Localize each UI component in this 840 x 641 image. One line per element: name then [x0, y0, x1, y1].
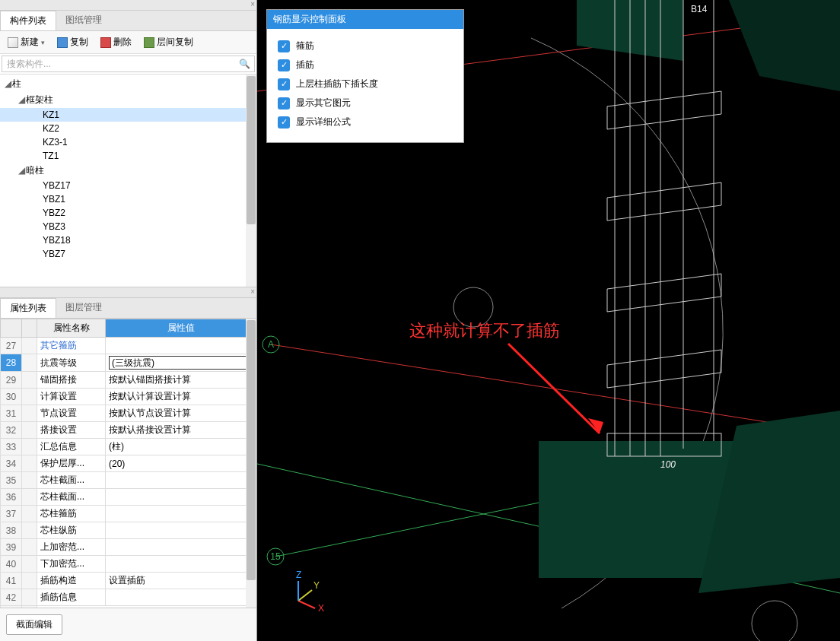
property-row[interactable]: 34 保护层厚... (20)	[1, 455, 256, 472]
property-row[interactable]: 29 锚固搭接 按默认锚固搭接计算	[1, 372, 256, 389]
property-name: 芯柱纵筋	[37, 522, 106, 539]
property-value[interactable]: (20)	[106, 455, 256, 472]
delete-button[interactable]: 删除	[96, 34, 136, 50]
row-number: 35	[1, 472, 22, 489]
property-value[interactable]: (柱)	[106, 439, 256, 455]
property-row[interactable]: 35 芯柱截面...	[1, 472, 256, 489]
tree-item[interactable]: YBZ1	[0, 192, 256, 206]
tree-item[interactable]: YBZ2	[0, 206, 256, 220]
property-row[interactable]: 30 计算设置 按默认计算设置计算	[1, 389, 256, 405]
close-icon[interactable]: ×	[250, 287, 255, 296]
expand-cell	[22, 405, 37, 422]
property-value[interactable]	[106, 522, 256, 539]
property-row[interactable]: 32 搭接设置 按默认搭接设置计算	[1, 422, 256, 439]
tree-item[interactable]: YBZ7	[0, 247, 256, 261]
property-value[interactable]: 设置插筋	[106, 573, 256, 589]
property-name: 芯柱截面...	[37, 489, 106, 506]
new-button[interactable]: 新建▾	[3, 34, 49, 50]
property-value-input[interactable]	[109, 356, 253, 370]
checkbox-row[interactable]: ✓箍筋	[278, 36, 453, 56]
property-row[interactable]: 39 上加密范...	[1, 539, 256, 556]
tree-label: 暗柱	[26, 165, 44, 176]
property-value[interactable]	[106, 338, 256, 354]
tree-item-kz1[interactable]: KZ1	[0, 108, 256, 122]
row-number: 27	[1, 338, 22, 354]
svg-marker-19	[607, 274, 721, 312]
tree-item[interactable]: TZ1	[0, 149, 256, 163]
property-group-row[interactable]: 43 + 土建业务属性	[1, 606, 256, 608]
property-value[interactable]	[106, 589, 256, 606]
tree-item[interactable]: YBZ18	[0, 233, 256, 247]
checkbox-icon[interactable]: ✓	[278, 78, 290, 90]
row-number: 40	[1, 556, 22, 573]
layer-copy-button[interactable]: 层间复制	[139, 34, 198, 50]
property-name: 保护层厚...	[37, 455, 106, 472]
section-edit-button[interactable]: 截面编辑	[6, 614, 62, 635]
property-row[interactable]: 37 芯柱箍筋	[1, 506, 256, 522]
property-row[interactable]: 41 插筋构造 设置插筋	[1, 573, 256, 589]
expand-cell	[22, 422, 37, 439]
tree-node-frame[interactable]: ◢框架柱	[0, 92, 256, 108]
property-row[interactable]: 27 其它箍筋	[1, 338, 256, 354]
expand-cell	[22, 522, 37, 539]
svg-point-1	[752, 601, 797, 641]
checkbox-row[interactable]: ✓显示详细公式	[278, 113, 453, 132]
copy-button[interactable]: 复制	[52, 34, 93, 50]
checkbox-icon[interactable]: ✓	[278, 116, 290, 129]
search-row: 🔍	[0, 54, 256, 75]
close-icon[interactable]: ×	[250, 0, 255, 8]
property-row[interactable]: 33 汇总信息 (柱)	[1, 439, 256, 455]
property-value[interactable]: 按默认锚固搭接计算	[106, 372, 256, 389]
tree-item[interactable]: KZ2	[0, 122, 256, 135]
delete-icon	[100, 37, 111, 48]
property-name: 上加密范...	[37, 539, 106, 556]
checkbox-row[interactable]: ✓显示其它图元	[278, 94, 453, 113]
search-icon[interactable]: 🔍	[239, 59, 250, 69]
property-value[interactable]	[106, 506, 256, 522]
property-row[interactable]: 40 下加密范...	[1, 556, 256, 573]
expand-cell	[22, 573, 37, 589]
tab-component-list[interactable]: 构件列表	[0, 11, 56, 30]
property-row[interactable]: 31 节点设置 按默认节点设置计算	[1, 405, 256, 422]
property-row[interactable]: 28 抗震等级	[1, 354, 256, 372]
property-value[interactable]	[106, 539, 256, 556]
row-number: 39	[1, 539, 22, 556]
prop-scrollbar[interactable]	[246, 319, 256, 608]
tab-property-list[interactable]: 属性列表	[0, 298, 56, 318]
property-value[interactable]: 按默认搭接设置计算	[106, 422, 256, 439]
checkbox-icon[interactable]: ✓	[278, 59, 290, 71]
svg-text:X: X	[318, 603, 324, 614]
checkbox-icon[interactable]: ✓	[278, 40, 290, 52]
expand-cell	[22, 338, 37, 354]
property-row[interactable]: 42 插筋信息	[1, 589, 256, 606]
property-value[interactable]: 按默认节点设置计算	[106, 405, 256, 422]
property-name: 芯柱箍筋	[37, 506, 106, 522]
property-row[interactable]: 38 芯柱纵筋	[1, 522, 256, 539]
search-input[interactable]	[2, 56, 255, 72]
tree-item[interactable]: KZ3-1	[0, 135, 256, 149]
tab-layer-manage[interactable]: 图层管理	[56, 298, 111, 318]
checkbox-row[interactable]: ✓上层柱插筋下插长度	[278, 75, 453, 94]
row-number: 33	[1, 439, 22, 455]
property-value[interactable]	[106, 472, 256, 489]
row-number: 36	[1, 489, 22, 506]
svg-line-28	[298, 590, 312, 601]
expand-toggle[interactable]: +	[22, 606, 37, 608]
tree-node-root[interactable]: ◢柱	[0, 76, 256, 92]
checkbox-icon[interactable]: ✓	[278, 97, 290, 109]
checkbox-label: 显示其它图元	[296, 97, 351, 109]
viewport-3d[interactable]: A 15 100 B14 X Y Z 这种就计算不了插筋 钢筋显示控制面板 ✓箍…	[257, 0, 840, 641]
expand-cell	[22, 556, 37, 573]
checkbox-row[interactable]: ✓插筋	[278, 56, 453, 75]
property-value[interactable]: 按默认计算设置计算	[106, 389, 256, 405]
rebar-display-panel[interactable]: 钢筋显示控制面板 ✓箍筋✓插筋✓上层柱插筋下插长度✓显示其它图元✓显示详细公式	[266, 9, 464, 143]
tree-node-dark[interactable]: ◢暗柱	[0, 163, 256, 179]
tree-item[interactable]: YBZ3	[0, 220, 256, 233]
tree-scrollbar[interactable]	[246, 75, 256, 287]
property-value[interactable]	[106, 556, 256, 573]
property-row[interactable]: 36 芯柱截面...	[1, 489, 256, 506]
checkbox-label: 显示详细公式	[296, 116, 351, 129]
tree-item[interactable]: YBZ17	[0, 179, 256, 192]
property-value[interactable]	[106, 489, 256, 506]
tab-drawing-manage[interactable]: 图纸管理	[56, 11, 111, 30]
